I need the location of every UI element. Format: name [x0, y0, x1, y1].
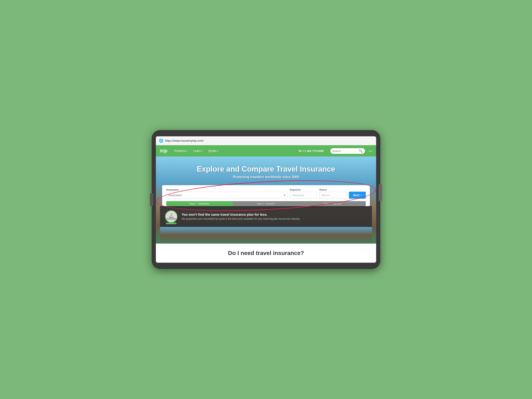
destination-select[interactable]: Destination [166, 192, 287, 199]
nav-link-learn[interactable]: Learn [191, 148, 205, 154]
departure-group: Departure [290, 189, 317, 199]
next-chevron-icon: › [361, 193, 361, 197]
nav-link-products[interactable]: Products [171, 148, 190, 154]
lock-icon: 🔒 [170, 213, 173, 216]
quote-form: Destination Destination ⬍ Departure [162, 185, 370, 206]
form-fields: Destination Destination ⬍ Departure [166, 189, 366, 199]
price-text: You won't find the same travel insurance… [182, 213, 300, 220]
destination-group: Destination Destination ⬍ [166, 189, 287, 199]
hero-section: Explore and Compare Travel Insurance Pro… [156, 157, 376, 244]
price-heading: You won't find the same travel insurance… [182, 213, 300, 216]
return-label: Return [319, 189, 346, 191]
step-indicators: Step 1 - Destination Step 2 - Travelers … [166, 201, 366, 206]
mountain-area [160, 227, 372, 244]
price-description: We guarantee your InsureMyTrip quote is … [182, 217, 300, 220]
nav-search: 🔍 [330, 148, 365, 154]
step-1: Step 1 - Destination [166, 201, 233, 206]
step-2: Step 2 - Travelers [233, 201, 299, 206]
nav-bar: trip Products Learn Quote 00 + 1 401-773… [156, 145, 376, 157]
destination-wrapper: Destination ⬍ [166, 192, 287, 199]
nav-login[interactable]: Lo [369, 149, 372, 152]
return-input[interactable] [319, 192, 346, 199]
price-badge-line1: PRICE [169, 216, 173, 218]
tablet-right-button [379, 184, 382, 201]
price-guarantee-section: 🔒 PRICE GUARANTEE You won't find the sam… [160, 206, 372, 227]
nav-logo: trip [160, 148, 167, 154]
browser-chrome: 🌐 https://www.insuremytrip.com/ [156, 136, 376, 145]
quote-form-container: Destination Destination ⬍ Departure [162, 185, 370, 206]
price-badge: 🔒 PRICE GUARANTEE [165, 210, 177, 223]
return-group: Return [319, 189, 346, 199]
destination-label: Destination [166, 189, 287, 191]
hero-subtitle: Protecting travelers worldwide since 200… [160, 175, 372, 179]
price-badge-line2: GUARANTEE [167, 218, 176, 220]
url-bar: https://www.insuremytrip.com/ [165, 139, 373, 142]
bottom-question: Do I need travel insurance? [160, 250, 372, 256]
departure-label: Departure [290, 189, 317, 191]
tablet-left-button [150, 193, 153, 206]
website-content: trip Products Learn Quote 00 + 1 401-773… [156, 145, 376, 263]
nav-phone: 00 + 1 401-773-9300 [298, 149, 323, 152]
tablet-frame: 🌐 https://www.insuremytrip.com/ trip Pro… [152, 130, 380, 269]
step-3: Step 3 - Trip Cost [299, 201, 366, 206]
search-input[interactable] [332, 149, 357, 152]
hero-title: Explore and Compare Travel Insurance [160, 165, 372, 173]
next-button[interactable]: Next › [349, 192, 366, 199]
nav-links: Products Learn Quote [171, 148, 294, 154]
search-button[interactable]: 🔍 [359, 149, 363, 153]
nav-link-quote[interactable]: Quote [206, 148, 221, 154]
bottom-section: Do I need travel insurance? [156, 244, 376, 263]
globe-icon: 🌐 [159, 138, 163, 143]
departure-input[interactable] [290, 192, 317, 199]
